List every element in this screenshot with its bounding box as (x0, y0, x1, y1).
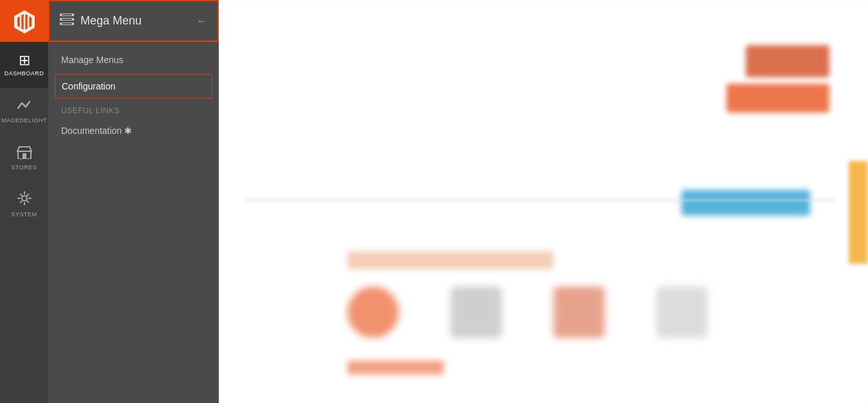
stores-icon (17, 145, 32, 162)
stores-label: STORES (12, 164, 37, 171)
blur-element-1 (746, 45, 829, 77)
configuration-item[interactable]: Configuration (55, 74, 212, 98)
svg-rect-6 (62, 14, 72, 15)
sidebar-item-dashboard[interactable]: ⊞ DASHBOARD (0, 42, 48, 88)
magento-logo (12, 9, 37, 33)
blur-link (347, 361, 444, 375)
useful-links-section: Useful Links (48, 100, 219, 118)
manage-menus-label: Manage Menus (61, 55, 124, 65)
blur-element-3 (681, 190, 810, 216)
blur-card-1 (347, 286, 399, 338)
dashboard-icon: ⊞ (19, 53, 30, 68)
blur-element-4 (849, 161, 868, 264)
blur-title (347, 251, 553, 269)
sidebar-item-stores[interactable]: STORES (0, 135, 48, 181)
svg-rect-7 (62, 19, 72, 20)
magedelight-icon (17, 99, 32, 115)
configuration-label: Configuration (62, 81, 115, 91)
back-button[interactable]: ← (197, 15, 207, 27)
menu-sidebar: Mega Menu ← Manage Menus Configuration U… (48, 0, 219, 403)
blur-card-4 (656, 286, 708, 338)
blur-card-2 (450, 286, 502, 338)
dashboard-label: DASHBOARD (5, 70, 44, 77)
main-content (219, 0, 868, 403)
svg-rect-1 (23, 153, 26, 159)
documentation-label: Documentation ✱ (61, 126, 132, 136)
system-icon (17, 191, 32, 209)
svg-rect-8 (62, 23, 72, 24)
icon-sidebar: ⊞ DASHBOARD MAGEDELIGHT STORES SYSTEM (0, 0, 48, 403)
logo-area (0, 0, 48, 42)
documentation-item[interactable]: Documentation ✱ (48, 118, 219, 144)
menu-title: Mega Menu (80, 14, 190, 28)
blur-element-2 (726, 84, 829, 113)
magedelight-label: MAGEDELIGHT (1, 117, 47, 124)
sidebar-item-system[interactable]: SYSTEM (0, 181, 48, 227)
manage-menus-item[interactable]: Manage Menus (48, 47, 219, 73)
svg-point-2 (22, 196, 27, 201)
sidebar-item-magedelight[interactable]: MAGEDELIGHT (0, 88, 48, 135)
blur-card-3 (553, 286, 605, 338)
mega-menu-icon (60, 14, 74, 28)
menu-items-list: Manage Menus Configuration Useful Links … (48, 42, 219, 149)
blur-divider (245, 200, 836, 201)
menu-header: Mega Menu ← (48, 0, 219, 42)
system-label: SYSTEM (11, 211, 37, 218)
